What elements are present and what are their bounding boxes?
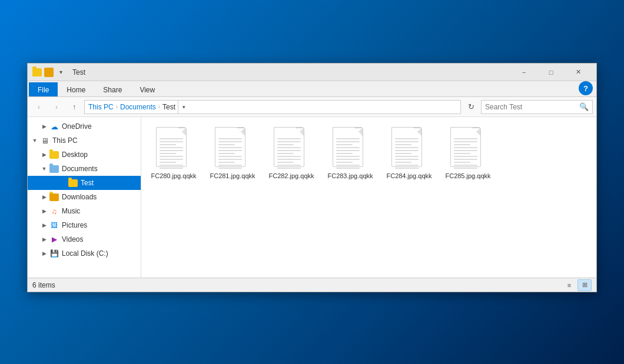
breadcrumb-sep-1: ›: [116, 103, 118, 110]
status-bar: 6 items ≡ ⊞: [28, 278, 596, 292]
sidebar-item-local-disk[interactable]: ▶ 💾 Local Disk (C:): [28, 246, 141, 261]
tab-share[interactable]: Share: [94, 82, 131, 96]
file-item[interactable]: FC282.jpg.qqkk: [265, 123, 318, 184]
breadcrumb-dropdown[interactable]: ▾: [178, 100, 190, 114]
tab-view[interactable]: View: [131, 82, 164, 96]
videos-icon: ▶: [49, 235, 59, 244]
breadcrumb-test: Test: [162, 103, 175, 111]
expand-music[interactable]: ▶: [39, 206, 49, 216]
file-item[interactable]: FC285.jpg.qqkk: [442, 123, 494, 184]
sidebar-item-videos[interactable]: ▶ ▶ Videos: [28, 232, 141, 246]
window-controls: − □ ✕: [510, 64, 592, 81]
search-box[interactable]: 🔍: [481, 100, 593, 114]
expand-downloads[interactable]: ▶: [39, 192, 49, 202]
content-area: FC280.jpg.qqkk: [141, 117, 596, 278]
this-pc-label: This PC: [52, 136, 78, 145]
file-doc-icon-3: [333, 127, 368, 169]
expand-videos[interactable]: ▶: [39, 235, 49, 244]
forward-button[interactable]: ›: [49, 100, 64, 114]
tab-home[interactable]: Home: [58, 82, 94, 96]
sidebar-item-music[interactable]: ▶ ♫ Music: [28, 204, 141, 218]
downloads-icon: [49, 192, 59, 202]
view-grid-button[interactable]: ⊞: [577, 279, 592, 291]
breadcrumb-bar[interactable]: This PC › Documents › Test ▾: [84, 100, 461, 114]
expand-desktop[interactable]: ▶: [39, 150, 49, 159]
help-button[interactable]: ?: [579, 81, 593, 95]
maximize-button[interactable]: □: [537, 64, 565, 81]
file-label-1: FC281.jpg.qqkk: [210, 172, 255, 180]
sidebar: ▶ ☁ OneDrive ▼ 🖥 This PC ▶ Desktop ▼ Doc…: [28, 117, 141, 278]
downloads-label: Downloads: [62, 193, 97, 201]
breadcrumb-sep-2: ›: [158, 103, 160, 110]
view-buttons: ≡ ⊞: [562, 279, 592, 291]
refresh-button[interactable]: ↻: [463, 100, 479, 114]
file-label-2: FC282.jpg.qqkk: [268, 172, 314, 180]
onedrive-icon: ☁: [49, 122, 59, 131]
window-title: Test: [72, 68, 510, 76]
sidebar-item-pictures[interactable]: ▶ 🖼 Pictures: [28, 218, 141, 232]
sidebar-item-this-pc[interactable]: ▼ 🖥 This PC: [28, 133, 141, 148]
expand-onedrive[interactable]: ▶: [39, 122, 49, 131]
title-quick-access-icon: [44, 68, 54, 77]
expand-this-pc[interactable]: ▼: [30, 136, 39, 145]
file-doc-icon-0: [156, 127, 191, 169]
title-bar-icons: ▾: [32, 68, 65, 77]
file-label-3: FC283.jpg.qqkk: [327, 172, 373, 180]
sidebar-item-downloads[interactable]: ▶ Downloads: [28, 190, 141, 204]
ribbon: File Home Share View ?: [28, 81, 596, 97]
documents-label: Documents: [62, 165, 98, 173]
file-label-4: FC284.jpg.qqkk: [386, 172, 432, 180]
main-area: ▶ ☁ OneDrive ▼ 🖥 This PC ▶ Desktop ▼ Doc…: [28, 117, 596, 278]
pictures-icon: 🖼: [49, 221, 59, 230]
local-disk-icon: 💾: [49, 249, 59, 258]
file-doc-icon-4: [391, 127, 427, 169]
file-item[interactable]: FC284.jpg.qqkk: [383, 123, 436, 184]
file-doc-icon-1: [215, 127, 250, 169]
back-button[interactable]: ‹: [31, 100, 47, 114]
sidebar-item-documents[interactable]: ▼ Documents: [28, 162, 141, 176]
sidebar-item-onedrive[interactable]: ▶ ☁ OneDrive: [28, 119, 141, 133]
onedrive-label: OneDrive: [62, 122, 92, 131]
file-label-0: FC280.jpg.qqkk: [151, 172, 196, 180]
minimize-button[interactable]: −: [510, 64, 537, 81]
file-doc-icon-5: [450, 127, 486, 169]
breadcrumb-this-pc[interactable]: This PC: [88, 103, 114, 111]
close-button[interactable]: ✕: [565, 64, 592, 81]
videos-label: Videos: [62, 235, 83, 243]
local-disk-label: Local Disk (C:): [62, 249, 108, 258]
file-item[interactable]: FC281.jpg.qqkk: [206, 123, 259, 184]
title-folder-icon: [32, 68, 42, 77]
expand-local-disk[interactable]: ▶: [39, 249, 49, 258]
title-bar: ▾ Test − □ ✕: [28, 64, 596, 81]
file-label-5: FC285.jpg.qqkk: [445, 172, 490, 180]
view-list-button[interactable]: ≡: [562, 279, 576, 291]
pictures-label: Pictures: [62, 221, 87, 229]
desktop-icon: [49, 150, 59, 159]
tab-file[interactable]: File: [29, 82, 58, 96]
expand-test: [58, 178, 68, 188]
desktop-label: Desktop: [62, 151, 88, 159]
file-doc-icon-2: [274, 127, 309, 169]
music-label: Music: [62, 207, 80, 215]
this-pc-icon: 🖥: [39, 136, 50, 145]
file-item[interactable]: FC283.jpg.qqkk: [324, 123, 377, 184]
ribbon-tabs: File Home Share View ?: [28, 81, 596, 96]
search-input[interactable]: [485, 103, 577, 111]
documents-icon: [49, 164, 59, 173]
explorer-window: ▾ Test − □ ✕ File Home Share View ? ‹ › …: [27, 63, 597, 292]
file-item[interactable]: FC280.jpg.qqkk: [147, 123, 200, 184]
test-label: Test: [81, 179, 94, 187]
expand-documents[interactable]: ▼: [39, 164, 49, 173]
test-folder-icon: [68, 178, 78, 188]
item-count: 6 items: [32, 281, 55, 289]
sidebar-item-test[interactable]: Test: [28, 176, 141, 190]
title-dropdown-icon[interactable]: ▾: [56, 68, 65, 77]
sidebar-item-desktop[interactable]: ▶ Desktop: [28, 148, 141, 162]
breadcrumb-documents[interactable]: Documents: [120, 103, 156, 111]
music-icon: ♫: [49, 206, 59, 216]
up-button[interactable]: ↑: [67, 100, 82, 114]
expand-pictures[interactable]: ▶: [39, 221, 49, 230]
address-bar: ‹ › ↑ This PC › Documents › Test ▾ ↻ 🔍: [28, 97, 596, 117]
search-icon[interactable]: 🔍: [579, 102, 589, 111]
